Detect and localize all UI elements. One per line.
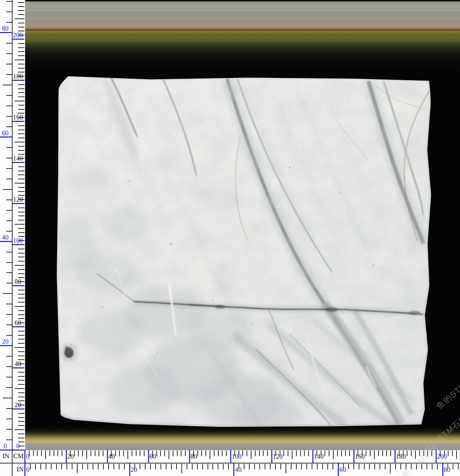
scan-area (25, 0, 460, 450)
cm-ruler-tick (18, 376, 24, 377)
cm-ruler-line (13, 80, 24, 81)
in-ruler-label: 0 (0, 442, 10, 450)
cm-ruler-tick (345, 451, 346, 456)
cm-ruler-tick (15, 101, 24, 101)
in-ruler-tick (369, 464, 370, 469)
cm-ruler-tick (431, 451, 432, 456)
in-ruler-tick (6, 168, 12, 169)
cm-ruler-tick (136, 451, 137, 456)
in-ruler-tick (6, 200, 12, 200)
in-ruler-tick (87, 464, 88, 469)
cm-ruler-tick (15, 347, 24, 348)
cm-ruler-tick (419, 451, 420, 456)
cm-ruler-tick (349, 451, 350, 456)
cm-ruler-tick (15, 224, 24, 225)
cm-ruler-tick (18, 105, 24, 106)
in-ruler-tick (6, 22, 12, 23)
in-ruler-tick (322, 464, 323, 469)
cm-ruler-tick (181, 451, 181, 456)
cm-ruler-label: 0 (26, 453, 42, 460)
in-ruler-tick (6, 325, 12, 325)
in-ruler-tick (218, 464, 218, 469)
cm-ruler-tick (18, 146, 24, 147)
in-ruler-tick (212, 464, 213, 469)
cm-ruler-label: 140 (314, 453, 330, 460)
cm-ruler-tick (18, 343, 24, 344)
cm-ruler-label: 180 (12, 72, 24, 80)
cm-ruler-tick (18, 43, 24, 44)
cm-ruler-line (312, 450, 313, 463)
in-ruler-tick (82, 464, 83, 469)
cm-ruler-tick (18, 92, 24, 93)
cm-ruler-tick (18, 47, 24, 48)
cm-ruler-tick (91, 451, 91, 456)
cm-ruler-tick (18, 51, 24, 52)
cm-ruler-tick (18, 417, 24, 418)
in-ruler-tick (6, 314, 12, 315)
cm-ruler-tick (378, 451, 379, 456)
in-ruler-tick (6, 387, 12, 388)
cm-ruler-line (353, 450, 354, 463)
cm-ruler-line (395, 450, 396, 463)
in-ruler-tick (98, 464, 99, 469)
cm-ruler-tick (18, 2, 24, 3)
cm-ruler-line (436, 450, 437, 463)
in-ruler-tick (228, 464, 229, 469)
in-ruler-label: 80 (0, 25, 10, 32)
cm-ruler-tick (18, 392, 24, 393)
in-ruler-tick (385, 464, 385, 469)
in-ruler-tick (6, 231, 12, 232)
cm-ruler-label: 60 (12, 319, 24, 326)
cm-ruler-tick (18, 232, 24, 233)
cm-ruler-tick (15, 60, 24, 60)
in-ruler-tick (6, 1, 12, 2)
in-ruler-tick (317, 464, 318, 469)
cm-ruler-tick (45, 451, 46, 459)
in-ruler-tick (374, 464, 375, 469)
cm-ruler-tick (292, 451, 293, 459)
in-ruler-tick (181, 464, 182, 473)
in-ruler-tick (254, 464, 255, 469)
cm-ruler-tick (18, 84, 24, 85)
in-ruler-line (0, 450, 12, 451)
cm-ruler-tick (18, 64, 24, 64)
in-ruler-tick (6, 220, 12, 221)
in-ruler-label: 60 (339, 466, 355, 473)
cm-ruler-tick (57, 451, 58, 456)
cm-ruler-tick (95, 451, 95, 456)
in-ruler-tick (6, 408, 12, 409)
cm-ruler-tick (214, 451, 215, 456)
cm-ruler-tick (304, 451, 305, 456)
in-ruler-tick (150, 464, 151, 469)
cm-ruler-line (13, 121, 24, 122)
in-ruler-tick (171, 464, 172, 469)
cm-ruler-tick (300, 451, 301, 456)
cm-ruler-tick (18, 109, 24, 110)
cm-ruler-tick (263, 451, 264, 456)
cm-ruler-line (13, 162, 24, 163)
in-ruler-tick (56, 464, 57, 469)
in-ruler-tick (108, 464, 109, 469)
in-ruler-tick (124, 464, 125, 469)
in-ruler-tick (166, 464, 166, 469)
in-ruler-tick (6, 429, 12, 430)
cm-ruler-tick (18, 6, 24, 7)
in-ruler-tick (265, 464, 265, 469)
cm-ruler-tick (169, 451, 169, 459)
in-ruler-tick (380, 464, 380, 469)
in-ruler-tick (3, 293, 12, 294)
cm-ruler-tick (341, 451, 342, 456)
cm-ruler-label: 20 (67, 453, 83, 460)
cm-ruler-tick (18, 253, 24, 253)
cm-ruler-label: 80 (190, 453, 206, 460)
cm-ruler-line (230, 450, 231, 463)
in-ruler-tick (6, 43, 12, 44)
in-ruler-tick (406, 464, 406, 469)
in-ruler-label: 80 (444, 466, 460, 473)
cm-ruler-tick (18, 380, 24, 381)
cm-ruler-tick (18, 166, 24, 167)
cm-ruler-tick (18, 372, 24, 373)
in-ruler-label: 60 (0, 129, 10, 136)
in-ruler-tick (364, 464, 365, 469)
cm-ruler-label: 120 (12, 196, 24, 203)
